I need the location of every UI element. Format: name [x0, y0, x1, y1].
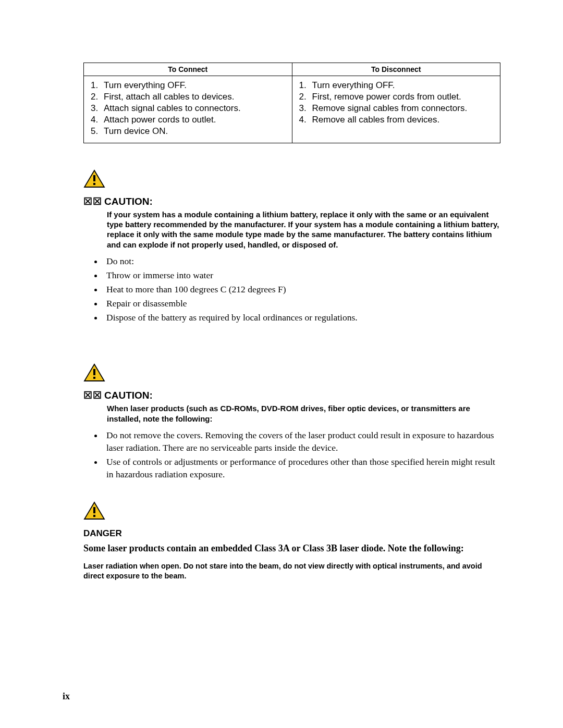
caution-bullets: Do not remove the covers. Removing the c…	[83, 429, 500, 481]
svg-rect-2	[93, 183, 95, 185]
caution-boxes: ☒☒	[83, 390, 102, 401]
caution-boxes: ☒☒	[83, 196, 102, 207]
list-item: Turn everything OFF.	[101, 80, 287, 91]
list-item: Remove signal cables from connectors.	[309, 103, 495, 114]
table-cell-disconnect: Turn everything OFF. First, remove power…	[292, 76, 500, 143]
list-item: Use of controls or adjustments or perfor…	[103, 455, 500, 480]
page: To Connect To Disconnect Turn everything…	[0, 0, 563, 728]
list-item: Do not:	[103, 255, 500, 267]
list-item: Turn device ON.	[101, 126, 287, 137]
caution-bold-text: When laser products (such as CD-ROMs, DV…	[107, 403, 500, 423]
svg-rect-8	[93, 515, 95, 517]
list-item: First, attach all cables to devices.	[101, 92, 287, 102]
list-item: Dispose of the battery as required by lo…	[103, 311, 500, 324]
list-item: Do not remove the covers. Removing the c…	[103, 429, 500, 454]
table-header-disconnect: To Disconnect	[292, 63, 500, 76]
warning-icon	[83, 169, 105, 188]
caution-label: CAUTION:	[104, 196, 153, 207]
svg-rect-4	[93, 369, 95, 375]
svg-rect-7	[93, 507, 95, 513]
connect-disconnect-table: To Connect To Disconnect Turn everything…	[83, 63, 500, 143]
caution-heading: ☒☒CAUTION:	[83, 195, 500, 207]
list-item: Heat to more than 100 degrees C (212 deg…	[103, 283, 500, 295]
danger-heading: DANGER	[83, 528, 500, 539]
list-item: Attach power cords to outlet.	[101, 115, 287, 125]
danger-small-text: Laser radiation when open. Do not stare …	[83, 561, 500, 581]
list-item: Repair or disassemble	[103, 297, 500, 310]
table-header-connect: To Connect	[84, 63, 292, 76]
caution-bold-text: If your system has a module containing a…	[107, 209, 500, 250]
list-item: Remove all cables from devices.	[309, 115, 495, 125]
list-item: Attach signal cables to connectors.	[101, 103, 287, 114]
svg-rect-5	[93, 377, 95, 379]
table-cell-connect: Turn everything OFF. First, attach all c…	[84, 76, 292, 143]
page-number: ix	[63, 691, 70, 702]
list-item: Turn everything OFF.	[309, 80, 495, 91]
svg-rect-1	[93, 175, 95, 181]
caution-bullets: Do not: Throw or immerse into water Heat…	[83, 255, 500, 324]
warning-icon	[83, 501, 105, 520]
warning-icon	[83, 363, 105, 382]
caution-label: CAUTION:	[104, 390, 153, 401]
danger-body: Some laser products contain an embedded …	[83, 542, 500, 554]
list-item: First, remove power cords from outlet.	[309, 92, 495, 102]
caution-heading: ☒☒CAUTION:	[83, 389, 500, 401]
list-item: Throw or immerse into water	[103, 269, 500, 281]
